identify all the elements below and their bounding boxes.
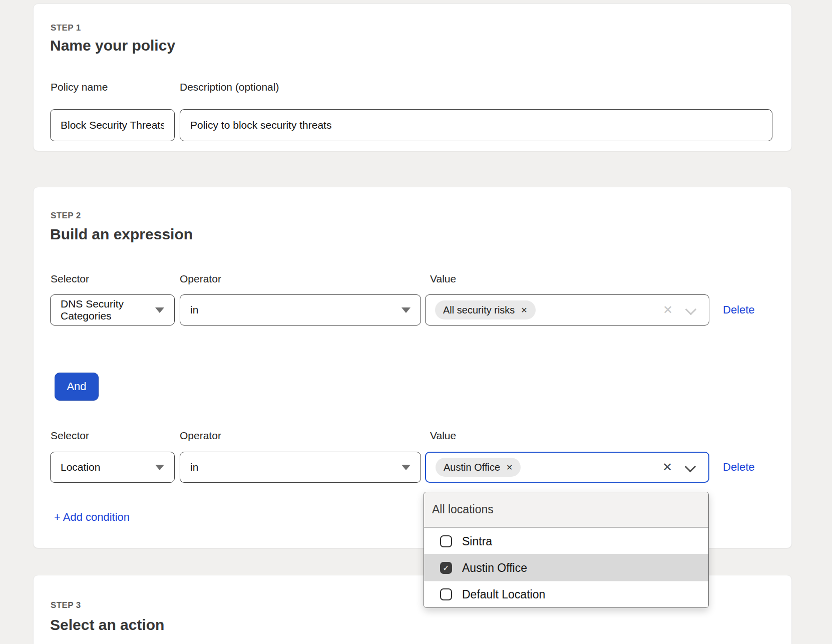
value-tag: All security risks ✕ [435,300,536,319]
description-label: Description (optional) [180,81,279,93]
and-button[interactable]: And [55,373,99,401]
caret-down-icon [155,307,164,313]
delete-condition2-link[interactable]: Delete [723,461,755,474]
selector-dropdown-condition1[interactable]: DNS Security Categories [50,294,175,326]
operator-dropdown-value: in [190,461,198,473]
step2-title: Build an expression [50,226,193,243]
step3-title: Select an action [50,616,164,633]
clear-icon[interactable]: ✕ [663,304,673,316]
delete-condition1-link[interactable]: Delete [723,303,755,316]
location-dropdown: All locations Sintra ✓ Austin Office Def… [424,492,709,608]
selector-column-label: Selector [51,430,89,442]
value-multiselect-condition1[interactable]: All security risks ✕ ✕ [425,294,709,326]
selector-column-label: Selector [51,273,89,285]
caret-down-icon [155,465,164,470]
page-background: STEP 1 Name your policy Policy name Desc… [0,0,832,644]
tag-remove-icon[interactable]: ✕ [521,305,527,315]
location-option-label: Sintra [462,535,492,548]
location-option-label: Default Location [462,588,545,601]
location-option-label: Austin Office [462,561,527,575]
caret-down-icon [401,465,410,470]
operator-dropdown-condition1[interactable]: in [180,294,421,326]
value-tag-label: Austin Office [444,462,500,473]
selector-dropdown-value: DNS Security Categories [61,298,152,322]
checkbox-unchecked-icon[interactable] [440,535,452,547]
value-tag-label: All security risks [443,304,515,316]
value-column-label: Value [430,273,456,285]
add-condition-link[interactable]: + Add condition [54,511,130,524]
selector-dropdown-condition2[interactable]: Location [50,452,175,483]
value-tag: Austin Office ✕ [436,458,521,477]
operator-column-label: Operator [180,430,221,442]
checkbox-unchecked-icon[interactable] [440,588,452,600]
step2-label: STEP 2 [51,211,81,221]
condition-row-1: DNS Security Categories in All security … [34,294,791,326]
checkbox-checked-icon[interactable]: ✓ [440,562,452,574]
operator-column-label: Operator [180,273,221,285]
chevron-down-icon[interactable] [685,304,697,315]
policy-name-label: Policy name [51,81,108,93]
location-option-austin-office[interactable]: ✓ Austin Office [424,554,708,581]
value-multiselect-condition2[interactable]: Austin Office ✕ ✕ [425,452,709,483]
location-option-sintra[interactable]: Sintra [424,528,708,554]
caret-down-icon [401,307,410,313]
location-option-default-location[interactable]: Default Location [424,581,708,607]
operator-dropdown-condition2[interactable]: in [180,452,421,483]
step3-label: STEP 3 [51,600,81,610]
location-dropdown-group-header: All locations [424,492,708,528]
operator-dropdown-value: in [190,304,198,316]
step1-label: STEP 1 [51,23,81,33]
condition-row-2: Location in Austin Office ✕ ✕ Delete [34,452,791,483]
condition1-column-labels: Selector Operator Value [34,273,791,287]
selector-dropdown-value: Location [61,461,100,473]
tag-remove-icon[interactable]: ✕ [506,463,513,472]
value-column-label: Value [430,430,456,442]
step1-card: STEP 1 Name your policy Policy name Desc… [33,4,792,151]
policy-name-input[interactable] [50,109,175,141]
condition2-column-labels: Selector Operator Value [34,430,791,444]
chevron-down-icon[interactable] [685,461,696,473]
step1-title: Name your policy [50,37,175,54]
clear-icon[interactable]: ✕ [662,461,672,473]
description-input[interactable] [180,109,772,141]
